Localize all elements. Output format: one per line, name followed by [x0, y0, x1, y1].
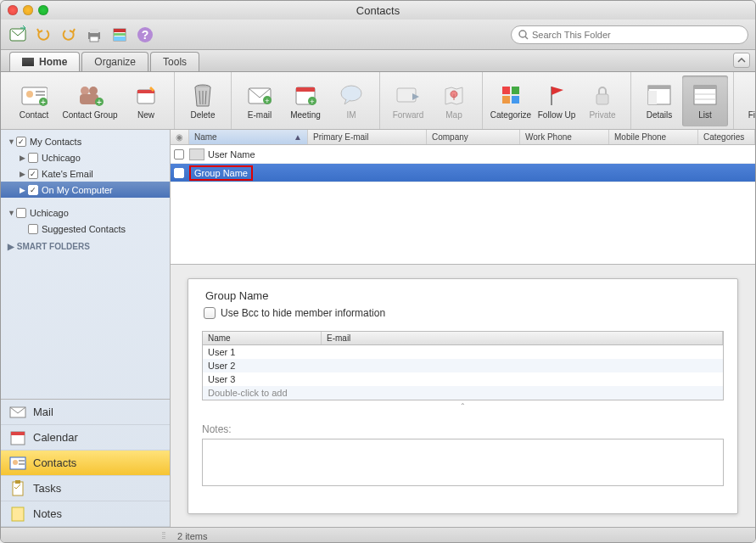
svg-rect-40	[502, 96, 510, 104]
nav-uchicago-sub[interactable]: ▶ Uchicago	[1, 149, 170, 165]
checkbox[interactable]	[16, 208, 26, 218]
add-member-placeholder[interactable]: Double-click to add	[203, 386, 723, 400]
col-company[interactable]: Company	[427, 130, 520, 144]
new-button[interactable]: New	[123, 76, 169, 126]
svg-point-59	[13, 460, 18, 465]
svg-rect-46	[648, 91, 657, 104]
svg-point-36	[341, 86, 361, 101]
member-row[interactable]: User 3	[203, 372, 723, 386]
group-detail-card: Group Name Use Bcc to hide member inform…	[188, 278, 738, 514]
switch-calendar[interactable]: Calendar	[1, 425, 170, 451]
row-checkbox[interactable]	[174, 168, 184, 178]
members-col-name[interactable]: Name	[203, 332, 322, 344]
checkbox[interactable]	[28, 224, 38, 234]
svg-rect-60	[19, 460, 25, 462]
nav-my-contacts[interactable]: ▼ ✓ My Contacts	[1, 133, 170, 149]
checkbox[interactable]: ✓	[28, 185, 38, 195]
categorize-button[interactable]: Categorize	[488, 76, 534, 126]
nav-smart-folders[interactable]: ▶ SMART FOLDERS	[1, 237, 170, 253]
private-button[interactable]: Private	[580, 76, 625, 126]
svg-rect-7	[114, 36, 126, 41]
delete-button[interactable]: Delete	[180, 76, 226, 126]
table-row[interactable]: Group Name	[171, 164, 755, 182]
nav-suggested-contacts[interactable]: Suggested Contacts	[1, 221, 170, 237]
undo-button[interactable]	[33, 25, 53, 45]
list-empty-space	[171, 182, 755, 264]
members-col-email[interactable]: E-mail	[322, 332, 723, 344]
members-table: Name E-mail User 1 User 2 User 3 Double-…	[202, 331, 724, 400]
map-button[interactable]: Map	[431, 76, 477, 126]
switch-tasks[interactable]: Tasks	[1, 476, 170, 501]
checkbox[interactable]	[28, 153, 38, 163]
bcc-checkbox[interactable]	[204, 307, 216, 319]
tab-home[interactable]: Home	[9, 52, 80, 71]
new-contact-button[interactable]: + Contact	[11, 76, 57, 126]
svg-rect-64	[12, 507, 24, 521]
forward-button[interactable]: Forward	[385, 76, 431, 126]
send-receive-button[interactable]	[8, 25, 28, 45]
find-contact-button[interactable]: Find Contact	[739, 76, 756, 126]
follow-up-button[interactable]: Follow Up	[534, 76, 580, 126]
new-contact-group-button[interactable]: + Contact Group	[57, 76, 123, 126]
nav-on-my-computer[interactable]: ▶ ✓ On My Computer	[1, 182, 170, 198]
chat-icon	[338, 81, 365, 109]
sort-asc-icon: ▲	[294, 132, 302, 142]
my-day-button[interactable]	[109, 25, 130, 45]
window-title: Contacts	[1, 4, 755, 17]
switch-contacts[interactable]: Contacts	[1, 451, 170, 476]
map-icon	[440, 81, 468, 109]
im-button[interactable]: IM	[328, 76, 374, 126]
table-row[interactable]: User Name	[171, 145, 755, 164]
svg-rect-48	[694, 86, 716, 89]
disclosure-triangle-icon: ▶	[20, 154, 28, 162]
contact-icon: +	[20, 81, 48, 109]
categorize-icon	[497, 81, 524, 109]
search-icon	[518, 30, 529, 40]
col-work-phone[interactable]: Work Phone	[520, 130, 609, 144]
notes-icon	[9, 507, 26, 522]
col-primary-email[interactable]: Primary E-mail	[308, 130, 427, 144]
row-checkbox[interactable]	[174, 149, 184, 160]
col-checkbox[interactable]: ◉	[171, 130, 189, 144]
email-icon: +	[246, 81, 273, 109]
nav-kates-email[interactable]: ▶ ✓ Kate's Email	[1, 165, 170, 182]
mail-icon	[9, 405, 26, 420]
switch-mail[interactable]: Mail	[1, 400, 170, 425]
svg-rect-45	[648, 86, 670, 89]
nav-uchicago[interactable]: ▼ Uchicago	[1, 204, 170, 221]
disclosure-triangle-icon: ▼	[8, 209, 16, 217]
search-input[interactable]	[532, 30, 741, 40]
item-count: 2 items	[171, 531, 207, 541]
col-name[interactable]: Name▲	[189, 130, 308, 144]
content-area: ◉ Name▲ Primary E-mail Company Work Phon…	[171, 130, 755, 527]
col-categories[interactable]: Categories	[698, 130, 755, 144]
member-row[interactable]: User 2	[203, 359, 723, 372]
tab-organize[interactable]: Organize	[81, 52, 148, 71]
list-view-button[interactable]: List	[682, 76, 728, 126]
notes-textarea[interactable]	[202, 439, 724, 486]
highlighted-group-name: Group Name	[189, 165, 253, 181]
member-row[interactable]: User 1	[203, 345, 723, 359]
sidebar-resize-grip[interactable]: ⦙⦙	[1, 530, 171, 541]
svg-rect-15	[36, 94, 45, 96]
search-box[interactable]	[511, 25, 748, 44]
checkbox[interactable]: ✓	[28, 169, 38, 179]
collapse-ribbon-button[interactable]	[733, 53, 750, 68]
help-button[interactable]: ?	[135, 25, 155, 45]
svg-rect-5	[114, 29, 126, 32]
contact-name: Group Name	[194, 168, 248, 178]
print-button[interactable]	[84, 25, 104, 45]
details-view-button[interactable]: Details	[636, 76, 682, 126]
switch-notes[interactable]: Notes	[1, 501, 170, 527]
redo-button[interactable]	[59, 25, 79, 45]
checkbox[interactable]: ✓	[16, 137, 26, 147]
col-mobile-phone[interactable]: Mobile Phone	[609, 130, 698, 144]
meeting-button[interactable]: + Meeting	[283, 76, 328, 126]
bcc-option[interactable]: Use Bcc to hide member information	[202, 307, 724, 319]
email-button[interactable]: + E-mail	[237, 76, 283, 126]
tab-tools[interactable]: Tools	[150, 52, 199, 71]
resize-grip[interactable]: ⌃	[202, 400, 724, 411]
svg-text:+: +	[41, 98, 46, 107]
forward-icon	[395, 81, 422, 109]
svg-rect-43	[596, 94, 608, 104]
